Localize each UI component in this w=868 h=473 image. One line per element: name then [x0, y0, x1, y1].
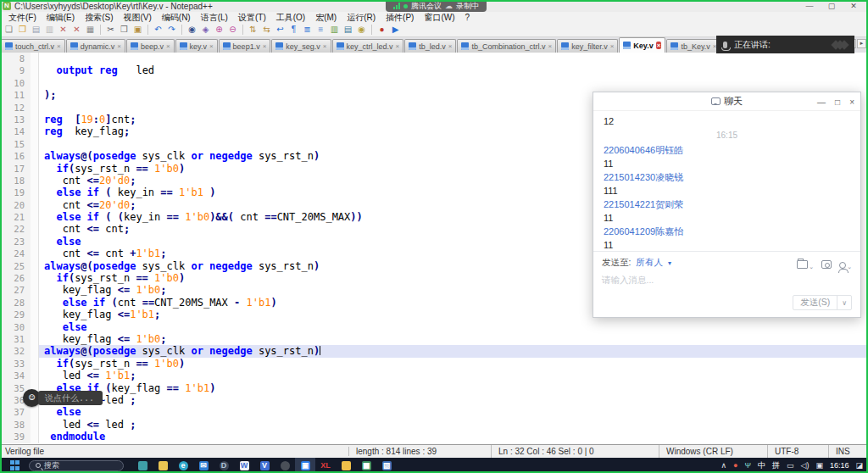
chat-message-input[interactable]: 请输入消息... — [602, 275, 852, 287]
tab-tb_Combination_ctrl-v[interactable]: tb_Combination_ctrl.v× — [457, 39, 556, 53]
taskbar-search[interactable]: 搜索 — [29, 460, 124, 471]
replace-icon[interactable]: ◈ — [199, 24, 212, 36]
edge-browser-icon[interactable]: e — [173, 458, 193, 473]
menu-item-4[interactable]: 编码(N) — [157, 12, 196, 24]
volume-icon[interactable]: ◁) — [801, 461, 810, 470]
chat-close-button[interactable]: × — [849, 97, 854, 107]
photos-app-icon[interactable]: ▧ — [376, 458, 397, 473]
tab-close-icon[interactable]: × — [117, 42, 121, 50]
tab-close-icon[interactable]: × — [166, 42, 170, 50]
tab-close-icon[interactable]: × — [396, 42, 400, 50]
tab-Key-v[interactable]: Key.v× — [619, 37, 665, 53]
menu-item-12[interactable]: ? — [460, 13, 476, 22]
start-button[interactable] — [10, 460, 20, 470]
tab-key_filter-v[interactable]: key_filter.v× — [557, 39, 618, 53]
tab-tb_Key-v[interactable]: tb_Key.v× — [666, 39, 721, 53]
zoom-in-icon[interactable]: ⊕ — [213, 24, 225, 36]
dark-app-icon[interactable] — [275, 458, 295, 473]
member-select-icon[interactable]: ⌄ — [839, 257, 852, 272]
sync-vertical-icon[interactable]: ⇅ — [247, 24, 259, 36]
file-explorer-icon[interactable] — [153, 458, 173, 473]
copy-icon[interactable]: ❒ — [118, 24, 131, 36]
tab-scroll-right-button[interactable]: ► — [857, 39, 866, 48]
folder-select-icon[interactable]: ⌄ — [797, 257, 814, 272]
send-to-selector[interactable]: 所有人 — [636, 257, 663, 269]
tab-key_seg-v[interactable]: key_seg.v× — [271, 39, 331, 53]
indent-guide-icon[interactable]: ≣ — [301, 24, 314, 36]
redo-icon[interactable]: ↷ — [165, 24, 178, 36]
network-icon[interactable]: ▣ — [815, 461, 823, 470]
record-macro-icon[interactable]: ● — [376, 24, 388, 36]
menu-item-9[interactable]: 运行(R) — [342, 12, 381, 24]
send-button[interactable]: 发送(S) ∨ — [793, 295, 852, 310]
save-all-icon[interactable]: ▥ — [43, 24, 56, 36]
chat-message-list[interactable]: 1216:152206040646明钰皓112215014230凌晓锐11122… — [593, 111, 860, 251]
menu-item-1[interactable]: 编辑(E) — [42, 12, 80, 24]
pinned-app-icon[interactable] — [132, 458, 153, 473]
tab-close-icon[interactable]: × — [448, 42, 453, 50]
zoom-out-icon[interactable]: ⊖ — [226, 24, 239, 36]
play-macro-icon[interactable]: ▶ — [389, 24, 402, 36]
menu-item-3[interactable]: 视图(V) — [118, 12, 156, 24]
tab-close-icon[interactable]: × — [323, 42, 327, 50]
tab-close-icon[interactable]: × — [209, 42, 214, 50]
dell-app-icon[interactable]: D — [214, 458, 234, 473]
tab-dynamic-v[interactable]: dynamic.v× — [66, 39, 125, 53]
microphone-icon[interactable]: Ψ — [744, 461, 751, 470]
menu-item-8[interactable]: 宏(M) — [310, 12, 342, 24]
minimize-button[interactable]: — — [798, 2, 821, 10]
tab-beep1-v[interactable]: beep1.v× — [219, 39, 271, 53]
menu-item-6[interactable]: 设置(T) — [233, 12, 271, 24]
tab-touch_ctrl-v[interactable]: touch_ctrl.v× — [1, 39, 65, 53]
save-icon[interactable]: ▤ — [30, 24, 42, 36]
close-button[interactable]: ✕ — [843, 2, 865, 10]
ime-language-icon[interactable]: 中 — [758, 460, 765, 471]
paste-icon[interactable]: ▣ — [131, 24, 144, 36]
send-options-dropdown[interactable]: ∨ — [837, 296, 851, 309]
chat-minimize-button[interactable]: — — [817, 97, 826, 107]
screenshot-icon[interactable] — [821, 257, 832, 272]
cut-icon[interactable]: ✂ — [104, 24, 117, 36]
chevron-up-icon[interactable]: ∧ — [721, 461, 726, 470]
tab-beep-v[interactable]: beep.v× — [126, 39, 175, 53]
folder-shortcut-icon[interactable] — [336, 458, 356, 473]
chat-maximize-button[interactable]: □ — [835, 97, 840, 107]
print-icon[interactable]: ▦ — [84, 24, 97, 36]
menu-item-5[interactable]: 语言(L) — [196, 12, 233, 24]
monitoring-icon[interactable]: ◉ — [355, 24, 368, 36]
tab-close-icon[interactable]: × — [656, 42, 662, 49]
tab-close-icon[interactable]: × — [548, 42, 552, 50]
show-symbols-icon[interactable]: ¶ — [287, 24, 300, 36]
find-icon[interactable]: ◉ — [186, 24, 198, 36]
tab-key-v[interactable]: key.v× — [175, 39, 218, 53]
close-all-icon[interactable]: ✕ — [70, 24, 83, 36]
tencent-meeting-icon[interactable]: ▣ — [295, 458, 315, 473]
meeting-status-pill[interactable]: 腾讯会议 ☁ 录制中 — [386, 0, 487, 12]
menu-item-0[interactable]: 文件(F) — [3, 12, 42, 24]
sync-horizontal-icon[interactable]: ⇆ — [260, 24, 273, 36]
wps-sheets-icon[interactable]: ▦ — [356, 458, 376, 473]
clock[interactable]: 16:16 — [830, 461, 849, 470]
meeting-chat-bubble[interactable]: ☺ 说点什么... — [23, 389, 103, 407]
thunder-app-icon[interactable]: XL — [315, 458, 336, 473]
tab-tb_led-v[interactable]: tb_led.v× — [404, 39, 456, 53]
menu-item-7[interactable]: 工具(O) — [271, 12, 310, 24]
tab-key_ctrl_led-v[interactable]: key_ctrl_led.v× — [332, 39, 404, 53]
security-app-icon[interactable]: V — [254, 458, 275, 473]
mail-app-icon[interactable]: ✉ — [193, 458, 214, 473]
function-list-icon[interactable]: ≡ — [314, 24, 327, 36]
wps-writer-icon[interactable]: W — [234, 458, 254, 473]
new-file-icon[interactable]: ❏ — [3, 24, 15, 36]
open-folder-icon[interactable]: ❐ — [16, 24, 29, 36]
doc-list-icon[interactable]: ▤ — [342, 24, 354, 36]
menu-item-10[interactable]: 插件(P) — [381, 12, 419, 24]
menu-item-2[interactable]: 搜索(S) — [80, 12, 118, 24]
tab-close-icon[interactable]: × — [57, 42, 61, 50]
ime-mode-icon[interactable]: 拼 — [772, 460, 780, 471]
cast-screen-icon[interactable]: ▭ — [787, 461, 794, 470]
menu-item-11[interactable]: 窗口(W) — [419, 12, 459, 24]
tab-close-icon[interactable]: × — [263, 42, 267, 50]
undo-icon[interactable]: ↶ — [152, 24, 164, 36]
tab-close-icon[interactable]: × — [610, 42, 615, 50]
word-wrap-icon[interactable]: ↩ — [274, 24, 287, 36]
